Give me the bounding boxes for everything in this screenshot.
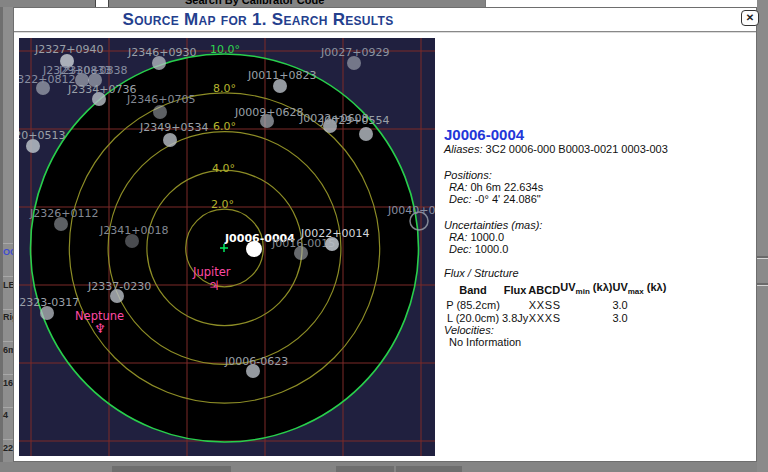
flux-cell-flux: 3.8Jy [502, 311, 528, 324]
background-row-divider [3, 276, 13, 277]
source-label[interactable]: J0009+0628 [234, 106, 303, 119]
flux-cell-c: X [544, 311, 552, 324]
flux-cell-uvmax: 3.0 [612, 311, 670, 324]
dialog-titlebar: Source Map for 1. Search Results ✕ [14, 8, 756, 33]
planet-symbol-icon: ♆ [94, 321, 106, 336]
background-text-fragment: 4 [3, 410, 13, 420]
background-text-fragment: 22 [3, 443, 13, 453]
source-label[interactable]: J0011+0823 [247, 69, 316, 82]
background-text-fragment: LEG [3, 280, 13, 290]
background-form-field [485, 0, 759, 7]
source-label[interactable]: J2320+0513 [19, 129, 65, 142]
source-label[interactable]: J2323-0317 [19, 296, 79, 309]
source-label[interactable]: J2346+0705 [126, 93, 195, 106]
velocities-block: Velocities: No Information [444, 324, 749, 348]
source-label[interactable]: J0040+0 [387, 204, 435, 217]
unc-ra-line: RA: 1000.0 [444, 231, 749, 243]
ring-label: 10.0° [210, 43, 240, 56]
velocities-value: No Information [444, 336, 749, 348]
source-map[interactable]: 10.0°8.0°6.0°4.0°2.0°J2327+0940J2346+093… [19, 38, 435, 456]
unc-dec-value: 1000.0 [475, 243, 509, 255]
uncertainties-label: Uncertainties (mas): [444, 219, 749, 231]
background-left-table-strip: OGLEGRig6m16422 [0, 0, 13, 472]
flux-cell-flux [502, 298, 528, 311]
uncertainties-block: Uncertainties (mas): RA: 1000.0 Dec: 100… [444, 219, 749, 255]
source-name: J0006-0004 [444, 126, 749, 143]
flux-cell-uvmin [560, 311, 612, 324]
aliases-value: 3C2 0006-000 B0003-0021 0003-003 [486, 143, 668, 155]
flux-cell-b: X [536, 298, 544, 311]
flux-structure-block: Flux / Structure Band Flux A B C D UVmin… [444, 267, 749, 324]
header-c: C [544, 281, 552, 298]
background-divider [757, 283, 768, 286]
page: { "window": { "title": "Source Map for 1… [0, 0, 768, 472]
background-table-cell [112, 466, 231, 472]
background-divider [757, 256, 768, 259]
velocities-label: Velocities: [444, 324, 749, 336]
ring-label: 2.0° [211, 198, 234, 211]
background-row-divider [3, 439, 13, 440]
source-label[interactable]: J0022+0014 [300, 227, 369, 240]
source-dot[interactable] [153, 105, 167, 119]
source-label[interactable]: J2337-0230 [87, 280, 151, 293]
source-label[interactable]: J2322+0812 [19, 73, 75, 86]
source-label[interactable]: J2326+0112 [29, 207, 98, 220]
unc-ra-value: 1000.0 [470, 231, 504, 243]
positions-label: Positions: [444, 169, 749, 181]
source-label[interactable]: J0027+0929 [320, 46, 389, 59]
source-label[interactable]: J2341+0018 [99, 224, 168, 237]
background-right-strip [757, 0, 768, 472]
flux-structure-label: Flux / Structure [444, 267, 749, 279]
header-b: B [536, 281, 544, 298]
background-table-cell [396, 466, 462, 472]
source-label[interactable]: J2327+0940 [34, 43, 103, 56]
background-text-fragment: 6m [3, 345, 13, 355]
background-top-strip: Search By Calibrator Code [0, 0, 768, 7]
flux-cell-c: S [544, 298, 552, 311]
aliases-label: Aliases: [444, 143, 483, 155]
background-row-divider [3, 407, 13, 408]
header-flux: Flux [502, 281, 528, 298]
source-dot[interactable] [359, 127, 373, 141]
source-label[interactable]: J2346+0930 [127, 46, 196, 59]
background-row-divider [3, 374, 13, 375]
flux-cell-uvmax: 3.0 [612, 298, 670, 311]
ra-label: RA: [449, 181, 467, 193]
flux-cell-a: X [528, 311, 536, 324]
flux-cell-b: X [536, 311, 544, 324]
ring-label: 6.0° [213, 120, 236, 133]
source-dot[interactable] [163, 133, 177, 147]
planet-symbol-icon: ♃ [208, 278, 220, 293]
header-a: A [528, 281, 536, 298]
header-d: D [552, 281, 560, 298]
background-text-fragment: Rig [3, 312, 13, 322]
flux-cell-uvmin [560, 298, 612, 311]
source-label[interactable]: J0029+0554 [320, 114, 389, 127]
close-button[interactable]: ✕ [741, 10, 759, 26]
search-by-calibrator-code-checkbox[interactable] [95, 0, 109, 7]
background-text-fragment: OG [3, 247, 13, 257]
background-left-edge [0, 0, 3, 472]
dec-label: Dec: [449, 193, 472, 205]
header-uvmin: UVmin (kλ) [560, 281, 612, 298]
unc-dec-label: Dec: [449, 243, 472, 255]
positions-block: Positions: RA: 0h 6m 22.634s Dec: -0° 4'… [444, 169, 749, 205]
background-text-fragment: 16 [3, 378, 13, 388]
background-row-divider [3, 243, 13, 244]
background-bottom-strip [0, 462, 768, 472]
dec-line: Dec: -0° 4' 24.086" [444, 193, 749, 205]
background-row-divider [3, 309, 13, 310]
flux-row: P (85.2cm)XXSS3.0 [444, 298, 670, 311]
flux-cell-a: X [528, 298, 536, 311]
source-label[interactable]: J0006-0623 [224, 355, 288, 368]
aliases-line: Aliases: 3C2 0006-000 B0003-0021 0003-00… [444, 143, 749, 155]
dialog-title: Source Map for 1. Search Results [14, 10, 502, 30]
background-row-divider [3, 341, 13, 342]
flux-header-row: Band Flux A B C D UVmin (kλ) UVmax (kλ) [444, 281, 670, 298]
background-table-cell [336, 466, 394, 472]
flux-row: L (20.0cm)3.8JyXXXS3.0 [444, 311, 670, 324]
source-label[interactable]: J2349+0534 [139, 121, 208, 134]
header-band: Band [444, 281, 502, 298]
dec-value: -0° 4' 24.086" [475, 193, 541, 205]
background-form-label: Search By Calibrator Code [185, 0, 324, 6]
